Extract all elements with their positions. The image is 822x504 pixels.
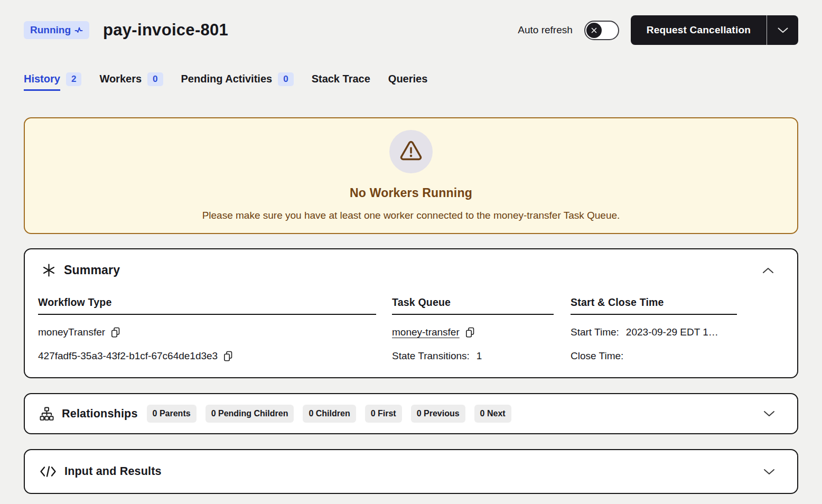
summary-card-header: Summary [38,263,781,277]
next-count-badge: 0 Next [474,405,511,423]
asterisk-icon [42,264,55,277]
request-cancellation-button[interactable]: Request Cancellation [631,15,767,45]
input-and-results-card[interactable]: Input and Results [24,449,798,494]
relationships-title: Relationships [62,407,138,421]
tab-pending-activities-count-badge: 0 [278,72,293,86]
parents-count-badge: 0 Parents [147,405,197,423]
previous-count-badge: 0 Previous [411,405,465,423]
code-icon [40,465,57,478]
tab-history-count-badge: 2 [66,72,81,86]
auto-refresh-label: Auto refresh [518,24,573,36]
tab-pending-activities-label: Pending Activities [181,73,273,89]
pending-children-count-badge: 0 Pending Children [205,405,294,423]
request-cancellation-split-button: Request Cancellation [631,15,798,45]
auto-refresh-toggle[interactable] [584,21,619,40]
summary-card-title: Summary [64,263,120,277]
summary-collapse-chevron-up-icon[interactable] [762,267,774,274]
start-close-time-column: Start & Close Time Start Time: 2023-09-2… [571,296,737,362]
workflow-type-column: Workflow Type moneyTransfer 427fadf5-35a… [38,296,376,362]
page-title: pay-invoice-801 [103,21,228,40]
workflow-type-header: Workflow Type [38,296,376,315]
relationships-expand-chevron-down-icon[interactable] [763,410,775,417]
task-queue-column: Task Queue money-transfer State Transiti… [392,296,554,362]
page-header: Running pay-invoice-801 Auto refresh Req… [24,15,798,45]
input-results-expand-chevron-down-icon[interactable] [763,469,775,475]
tab-stack-trace-label: Stack Trace [312,73,370,89]
workflow-detail-page: Running pay-invoice-801 Auto refresh Req… [0,0,822,494]
status-badge-label: Running [30,24,71,36]
run-id-value: 427fadf5-35a3-43f2-b1cf-67c64de1d3e3 [38,350,218,362]
start-close-time-header: Start & Close Time [571,296,737,315]
tab-bar: History 2 Workers 0 Pending Activities 0… [24,73,798,91]
banner-title: No Workers Running [350,186,472,200]
state-transitions-label: State Transitions: [392,350,470,362]
tab-pending-activities[interactable]: Pending Activities 0 [181,73,294,89]
start-time-value: 2023-09-29 EDT 1… [626,326,718,338]
pulse-icon [74,26,83,34]
banner-message: Please make sure you have at least one w… [202,210,620,221]
tab-history[interactable]: History 2 [24,73,81,91]
relationships-card[interactable]: Relationships 0 Parents 0 Pending Childr… [24,393,798,434]
tab-queries[interactable]: Queries [388,73,427,89]
warning-triangle-icon [399,141,423,163]
tab-workers[interactable]: Workers 0 [99,73,163,89]
hierarchy-icon [40,407,54,421]
tab-workers-count-badge: 0 [147,72,163,86]
summary-card: Summary Workflow Type moneyTransfer [24,248,798,378]
copy-icon[interactable] [465,327,475,338]
children-count-badge: 0 Children [303,405,356,423]
first-count-badge: 0 First [365,405,402,423]
workflow-type-value: moneyTransfer [38,326,105,338]
warning-icon-circle [389,130,433,173]
close-time-label: Close Time: [571,350,623,362]
start-time-label: Start Time: [571,326,619,338]
state-transitions-value: 1 [477,350,482,362]
task-queue-header: Task Queue [392,296,554,315]
relationships-badges: 0 Parents 0 Pending Children 0 Children … [147,405,511,423]
no-workers-warning-banner: No Workers Running Please make sure you … [24,117,798,234]
task-queue-link[interactable]: money-transfer [392,326,460,338]
toggle-x-circle-icon [586,23,602,38]
copy-icon[interactable] [223,351,233,362]
cancellation-menu-button[interactable] [767,15,798,45]
tab-history-label: History [24,73,60,91]
header-actions: Auto refresh Request Cancellation [518,15,798,45]
chevron-down-icon [778,27,788,33]
tab-stack-trace[interactable]: Stack Trace [312,73,370,89]
summary-columns: Workflow Type moneyTransfer 427fadf5-35a… [38,296,781,362]
tab-queries-label: Queries [388,73,427,89]
tab-workers-label: Workers [99,73,142,89]
copy-icon[interactable] [111,327,121,338]
status-badge: Running [24,21,89,39]
input-and-results-title: Input and Results [64,465,162,478]
